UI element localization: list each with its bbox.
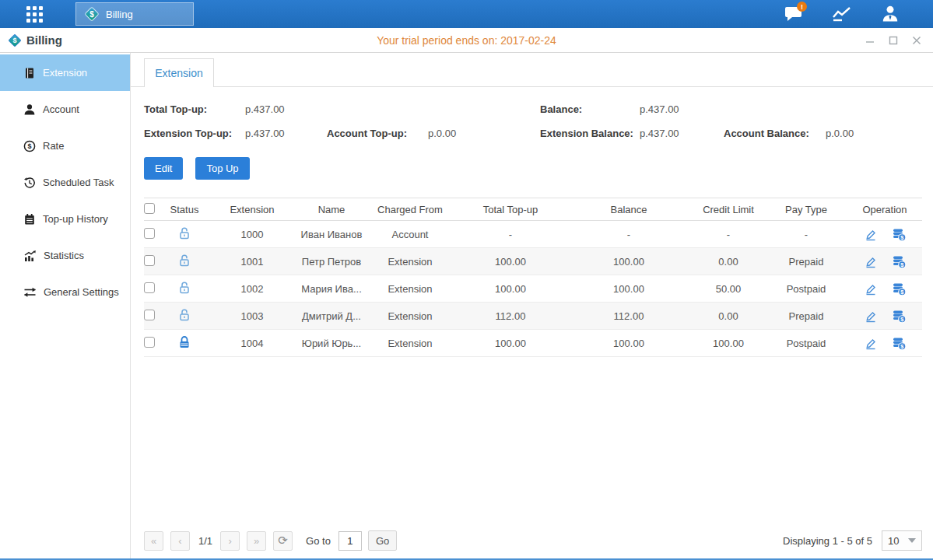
- row-credit-limit: 50.00: [692, 283, 765, 295]
- messages-icon[interactable]: !: [782, 4, 805, 24]
- row-checkbox[interactable]: [144, 310, 155, 320]
- col-operation: Operation: [847, 204, 922, 215]
- next-page-button[interactable]: ›: [220, 531, 240, 551]
- lock-open-icon: [177, 308, 191, 322]
- last-page-button[interactable]: »: [247, 531, 266, 551]
- pagination-bar: « ‹ 1/1 › » ⟳ Go to Go Displaying 1 - 5 …: [144, 530, 922, 551]
- billing-dollar-diamond-icon: $: [8, 33, 22, 47]
- select-all-checkbox[interactable]: [144, 203, 155, 214]
- row-extension: 1002: [206, 283, 298, 295]
- prev-page-button[interactable]: ‹: [170, 531, 190, 551]
- top-up-row-icon[interactable]: $: [892, 254, 907, 269]
- col-name: Name: [298, 204, 365, 215]
- account-balance-value: p.0.00: [826, 128, 854, 139]
- close-button[interactable]: [911, 35, 922, 46]
- edit-row-icon[interactable]: [864, 254, 878, 268]
- row-balance: 100.00: [566, 256, 692, 268]
- sidebar-item-extension[interactable]: Extension: [0, 54, 130, 91]
- account-icon: [23, 103, 36, 116]
- top-up-row-icon[interactable]: $: [892, 336, 907, 351]
- col-credit-limit: Credit Limit: [692, 204, 765, 215]
- row-charged-from: Extension: [365, 310, 455, 322]
- user-account-icon[interactable]: [879, 4, 902, 24]
- row-name: Иван Иванов: [298, 229, 365, 240]
- top-up-button[interactable]: Top Up: [195, 157, 249, 180]
- goto-label: Go to: [306, 535, 331, 547]
- lock-open-icon: [177, 254, 191, 268]
- sidebar-item-topup-history[interactable]: Top-up History: [0, 201, 130, 237]
- first-page-button[interactable]: «: [144, 531, 163, 551]
- top-up-row-icon[interactable]: $: [892, 309, 907, 324]
- row-checkbox[interactable]: [144, 282, 155, 293]
- svg-text:$: $: [27, 142, 31, 150]
- sidebar-item-account[interactable]: Account: [0, 91, 130, 128]
- row-pay-type: Postpaid: [765, 338, 847, 349]
- table-row: 1000Иван ИвановAccount----$: [144, 221, 922, 248]
- row-extension: 1003: [206, 310, 298, 322]
- row-name: Петр Петров: [298, 256, 365, 268]
- page-size-select[interactable]: 10: [882, 530, 922, 551]
- row-status: [163, 226, 206, 243]
- table-header: Status Extension Name Charged From Total…: [144, 198, 922, 221]
- row-credit-limit: 0.00: [692, 310, 765, 322]
- billing-app-window: $ Billing !: [0, 0, 933, 560]
- tab-extension[interactable]: Extension: [144, 58, 214, 87]
- row-checkbox[interactable]: [144, 255, 155, 266]
- row-operations: $: [847, 254, 922, 269]
- edit-button[interactable]: Edit: [144, 157, 183, 180]
- row-total-topup: 100.00: [455, 338, 566, 349]
- row-checkbox[interactable]: [144, 228, 155, 239]
- page-size-value: 10: [888, 535, 899, 547]
- svg-text:$: $: [12, 37, 16, 44]
- row-extension: 1000: [206, 229, 298, 240]
- extension-table: Status Extension Name Charged From Total…: [144, 198, 922, 357]
- sidebar-item-scheduled-task[interactable]: Scheduled Task: [0, 164, 130, 201]
- refresh-icon[interactable]: ⟳: [273, 531, 293, 551]
- taskbar-tab-billing[interactable]: $ Billing: [75, 2, 194, 26]
- row-total-topup: 112.00: [455, 310, 566, 322]
- row-pay-type: -: [765, 229, 847, 240]
- window-title: $ Billing: [8, 33, 62, 47]
- edit-row-icon[interactable]: [864, 227, 878, 241]
- sidebar-item-statistics[interactable]: Statistics: [0, 237, 130, 274]
- row-charged-from: Account: [365, 229, 455, 240]
- go-button[interactable]: Go: [368, 530, 397, 551]
- row-checkbox[interactable]: [144, 337, 155, 348]
- row-balance: -: [566, 229, 692, 240]
- extension-icon: [23, 67, 36, 79]
- row-operations: $: [847, 227, 922, 242]
- row-charged-from: Extension: [365, 338, 455, 349]
- sidebar-item-rate[interactable]: $ Rate: [0, 128, 130, 164]
- reports-chart-icon[interactable]: [830, 4, 854, 24]
- row-total-topup: -: [455, 229, 566, 240]
- top-up-row-icon[interactable]: $: [892, 227, 907, 242]
- col-pay-type: Pay Type: [765, 204, 847, 215]
- row-status: [163, 254, 206, 270]
- row-credit-limit: -: [692, 229, 765, 240]
- tab-strip: Extension: [131, 58, 933, 87]
- maximize-button[interactable]: [888, 35, 899, 46]
- edit-row-icon[interactable]: [864, 309, 878, 323]
- edit-row-icon[interactable]: [864, 336, 878, 350]
- displaying-text: Displaying 1 - 5 of 5: [783, 535, 872, 547]
- table-row: 1003Дмитрий Д...Extension112.00112.000.0…: [144, 303, 922, 330]
- row-pay-type: Postpaid: [765, 283, 847, 295]
- billing-dollar-diamond-icon: $: [84, 6, 100, 22]
- scheduled-task-icon: [23, 177, 36, 189]
- table-row: 1004Юрий Юрь...Extension100.00100.00100.…: [144, 330, 922, 357]
- extension-topup-value: p.437.00: [245, 128, 327, 139]
- extension-balance-value: p.437.00: [640, 128, 724, 139]
- top-up-row-icon[interactable]: $: [892, 282, 907, 296]
- summary-section: Total Top-up: p.437.00 Balance: p.437.00…: [144, 97, 922, 145]
- row-total-topup: 100.00: [455, 256, 566, 268]
- sidebar: Extension Account $ Rate: [0, 53, 131, 558]
- row-status: [163, 335, 206, 352]
- general-settings-icon: [23, 286, 37, 299]
- chevron-down-icon: [908, 538, 916, 543]
- minimize-button[interactable]: [865, 35, 875, 46]
- edit-row-icon[interactable]: [864, 282, 878, 296]
- page-indicator: 1/1: [198, 535, 212, 547]
- apps-grid-icon[interactable]: [26, 6, 43, 23]
- goto-page-input[interactable]: [338, 531, 362, 551]
- sidebar-item-general-settings[interactable]: General Settings: [0, 274, 130, 310]
